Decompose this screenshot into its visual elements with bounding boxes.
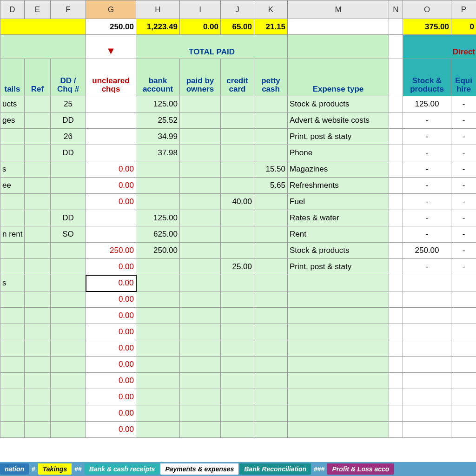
table-row[interactable]: 0.00 <box>0 405 476 422</box>
table-row[interactable]: DD125.00Rates & water-- <box>0 210 476 226</box>
table-row[interactable]: 0.00 <box>0 389 476 405</box>
table-row[interactable]: 0.00 <box>0 373 476 389</box>
hdr-petty: pettycash <box>254 59 288 96</box>
sheet-tab[interactable]: ## <box>73 463 84 475</box>
sheet-tab[interactable]: ### <box>312 463 326 475</box>
direct-label: Direct <box>403 35 476 59</box>
sheet-tab[interactable]: Bank & cash receipts <box>85 463 160 475</box>
sheet-tab[interactable]: # <box>30 463 37 475</box>
total-P[interactable]: 0 <box>451 19 476 35</box>
hdr-credit: creditcard <box>221 59 254 96</box>
table-row[interactable]: 0.00 <box>0 340 476 357</box>
col-J[interactable]: J <box>221 0 254 19</box>
table-row[interactable]: ee0.005.65Refreshments-- <box>0 178 476 194</box>
table-row[interactable]: gesDD25.52Advert & website costs-- <box>0 112 476 129</box>
total-I[interactable]: 0.00 <box>180 19 221 35</box>
table-row[interactable]: 0.00 <box>0 308 476 324</box>
table-row[interactable]: 0.00 <box>0 291 476 308</box>
total-G[interactable]: 250.00 <box>86 19 136 35</box>
sheet-tabs-bar[interactable]: nation#Takings##Bank & cash receiptsPaym… <box>0 462 476 476</box>
hdr-ddchq: DD /Chq # <box>51 59 86 96</box>
total-K[interactable]: 21.15 <box>254 19 288 35</box>
hdr-expensetype: Expense type <box>288 59 389 96</box>
sheet-tab[interactable]: Bank Reconciliation <box>239 463 311 475</box>
col-E[interactable]: E <box>25 0 51 19</box>
column-header-row[interactable]: D E F G H I J K M N O P <box>0 0 476 19</box>
col-H[interactable]: H <box>136 0 180 19</box>
col-G[interactable]: G <box>86 0 136 19</box>
col-M[interactable]: M <box>288 0 389 19</box>
total-H[interactable]: 1,223.49 <box>136 19 180 35</box>
col-F[interactable]: F <box>51 0 86 19</box>
table-row[interactable]: ucts25125.00Stock & products125.00- <box>0 96 476 112</box>
hdr-stock: Stock &products <box>403 59 451 96</box>
table-row[interactable]: s0.00 <box>0 275 476 291</box>
hdr-ref: Ref <box>25 59 51 96</box>
table-row[interactable]: 2634.99Print, post & staty-- <box>0 129 476 145</box>
section-header-row-2: tails Ref DD /Chq # unclearedchqs bankac… <box>0 59 476 96</box>
section-header-row-1: ▾ TOTAL PAID Direct <box>0 35 476 59</box>
sheet-tab[interactable]: Profit & Loss acco <box>327 463 394 475</box>
total-J[interactable]: 65.00 <box>221 19 254 35</box>
hdr-uncleared: unclearedchqs <box>86 59 136 96</box>
sheet-tab[interactable]: Payments & expenses <box>160 463 238 475</box>
table-row[interactable]: DD37.98Phone-- <box>0 145 476 161</box>
hdr-tails: tails <box>0 59 25 96</box>
total-paid-label: TOTAL PAID <box>136 35 288 59</box>
table-row[interactable]: 0.00 <box>0 422 476 438</box>
table-row[interactable]: 0.0025.00Print, post & staty-- <box>0 259 476 275</box>
table-row[interactable]: 0.0040.00Fuel-- <box>0 194 476 210</box>
col-N[interactable]: N <box>389 0 403 19</box>
hdr-equi: Equihire <box>451 59 476 96</box>
totals-row[interactable]: 250.00 1,223.49 0.00 65.00 21.15 375.00 … <box>0 19 476 35</box>
total-O[interactable]: 375.00 <box>403 19 451 35</box>
col-P[interactable]: P <box>451 0 476 19</box>
spreadsheet-grid[interactable]: D E F G H I J K M N O P 250.00 1,223.49 … <box>0 0 476 462</box>
sheet-tab[interactable]: Takings <box>38 463 72 475</box>
table-row[interactable]: n rentSO625.00Rent-- <box>0 226 476 243</box>
table-row[interactable]: s0.0015.50Magazines-- <box>0 161 476 178</box>
col-O[interactable]: O <box>403 0 451 19</box>
table-row[interactable]: 0.00 <box>0 357 476 373</box>
hdr-paidby: paid byowners <box>180 59 221 96</box>
col-D[interactable]: D <box>0 0 25 19</box>
col-I[interactable]: I <box>180 0 221 19</box>
hdr-bank: bankaccount <box>136 59 180 96</box>
sheet-tab[interactable]: nation <box>0 463 29 475</box>
table-row[interactable]: 0.00 <box>0 324 476 340</box>
table-row[interactable]: 250.00250.00Stock & products250.00- <box>0 243 476 259</box>
col-K[interactable]: K <box>254 0 288 19</box>
